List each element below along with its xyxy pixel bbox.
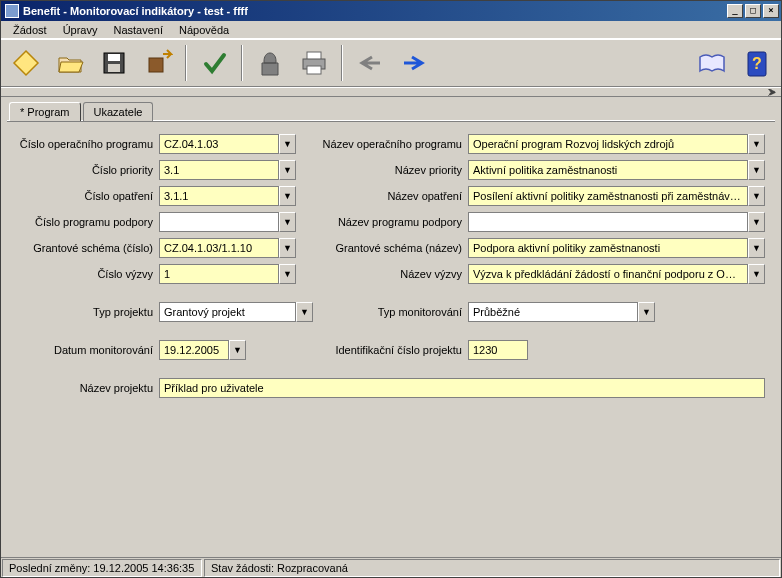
app-window: Benefit - Monitorovací indikátory - test… [0,0,782,578]
field-nazev-vyzvy[interactable]: Výzva k předkládání žádostí o finanční p… [468,264,748,284]
menu-napoveda[interactable]: Nápověda [171,23,237,37]
svg-text:?: ? [752,55,762,72]
drop-nazev-vyzvy[interactable]: ▼ [748,264,765,284]
minimize-button[interactable]: _ [727,4,743,18]
drop-nazev-opatreni[interactable]: ▼ [748,186,765,206]
field-nazev-projektu[interactable]: Příklad pro uživatele [159,378,765,398]
field-nazev-opatreni[interactable]: Posílení aktivní politiky zaměstnanosti … [468,186,748,206]
label-grant-schema-nazev: Grantové schéma (název) [296,242,468,254]
diamond-icon [11,48,41,78]
drop-datum-monitorovani[interactable]: ▼ [229,340,246,360]
field-typ-projektu[interactable]: Grantový projekt [159,302,296,322]
drop-nazev-op[interactable]: ▼ [748,134,765,154]
menu-zadost[interactable]: Žádost [5,23,55,37]
label-cislo-opatreni: Číslo opatření [7,190,159,202]
book-button[interactable] [693,44,731,82]
label-cislo-prog-podpory: Číslo programu podpory [7,216,159,228]
box-arrow-icon [143,48,173,78]
tab-program[interactable]: * Program [9,102,81,121]
drop-nazev-prog-podpory[interactable]: ▼ [748,212,765,232]
drop-cislo-op[interactable]: ▼ [279,134,296,154]
help-book-icon: ? [742,48,770,78]
field-nazev-priority[interactable]: Aktivní politika zaměstnanosti [468,160,748,180]
help-button[interactable]: ? [737,44,775,82]
label-nazev-projektu: Název projektu [7,382,159,394]
save-button[interactable] [95,44,133,82]
field-datum-monitorovani[interactable]: 19.12.2005 [159,340,229,360]
field-cislo-prog-podpory[interactable] [159,212,279,232]
label-id-cislo-projektu: Identifikační číslo projektu [246,344,468,356]
field-cislo-vyzvy[interactable]: 1 [159,264,279,284]
maximize-button[interactable]: □ [745,4,761,18]
status-stav: Stav žádosti: Rozpracovaná [204,559,780,577]
label-nazev-prog-podpory: Název programu podpory [296,216,468,228]
svg-marker-0 [14,51,38,75]
lock-icon [256,49,284,77]
label-cislo-op: Číslo operačního programu [7,138,159,150]
toolbar: ? [1,39,781,87]
field-nazev-prog-podpory[interactable] [468,212,748,232]
new-button[interactable] [7,44,45,82]
printer-icon [299,49,329,77]
lock-button[interactable] [251,44,289,82]
drop-grant-schema-cislo[interactable]: ▼ [279,238,296,258]
menu-upravy[interactable]: Úpravy [55,23,106,37]
window-title: Benefit - Monitorovací indikátory - test… [23,5,727,17]
content-area: * Program Ukazatele Číslo operačního pro… [1,97,781,557]
svg-rect-4 [149,58,163,72]
floppy-icon [100,49,128,77]
label-typ-monitorovani: Typ monitorování [313,306,468,318]
back-button[interactable] [351,44,389,82]
app-icon [5,4,19,18]
drop-cislo-prog-podpory[interactable]: ▼ [279,212,296,232]
svg-rect-2 [108,54,120,61]
forward-button[interactable] [395,44,433,82]
open-book-icon [696,49,728,77]
field-id-cislo-projektu[interactable]: 1230 [468,340,528,360]
titlebar: Benefit - Monitorovací indikátory - test… [1,1,781,21]
menu-nastaveni[interactable]: Nastavení [105,23,171,37]
toolbar-separator [185,45,187,81]
field-cislo-op[interactable]: CZ.04.1.03 [159,134,279,154]
field-grant-schema-nazev[interactable]: Podpora aktivní politiky zaměstnanosti [468,238,748,258]
scroll-strip: ⮞ [1,87,781,97]
open-button[interactable] [51,44,89,82]
menubar: Žádost Úpravy Nastavení Nápověda [1,21,781,39]
toolbar-separator [241,45,243,81]
drop-nazev-priority[interactable]: ▼ [748,160,765,180]
label-typ-projektu: Typ projektu [7,306,159,318]
folder-icon [55,48,85,78]
field-grant-schema-cislo[interactable]: CZ.04.1.03/1.1.10 [159,238,279,258]
label-datum-monitorovani: Datum monitorování [7,344,159,356]
tabstrip: * Program Ukazatele [9,102,775,121]
field-cislo-opatreni[interactable]: 3.1.1 [159,186,279,206]
label-cislo-vyzvy: Číslo výzvy [7,268,159,280]
drop-cislo-vyzvy[interactable]: ▼ [279,264,296,284]
drop-grant-schema-nazev[interactable]: ▼ [748,238,765,258]
field-typ-monitorovani[interactable]: Průběžné [468,302,638,322]
arrow-left-icon [358,54,382,72]
drop-typ-projektu[interactable]: ▼ [296,302,313,322]
label-grant-schema-cislo: Grantové schéma (číslo) [7,242,159,254]
close-button[interactable]: × [763,4,779,18]
export-button[interactable] [139,44,177,82]
print-button[interactable] [295,44,333,82]
field-cislo-priority[interactable]: 3.1 [159,160,279,180]
svg-rect-3 [108,64,120,72]
drop-cislo-priority[interactable]: ▼ [279,160,296,180]
statusbar: Poslední změny: 19.12.2005 14:36:35 Stav… [1,557,781,577]
label-nazev-vyzvy: Název výzvy [296,268,468,280]
check-button[interactable] [195,44,233,82]
drop-typ-monitorovani[interactable]: ▼ [638,302,655,322]
label-cislo-priority: Číslo priority [7,164,159,176]
drop-cislo-opatreni[interactable]: ▼ [279,186,296,206]
field-nazev-op[interactable]: Operační program Rozvoj lidských zdrojů [468,134,748,154]
svg-rect-7 [307,66,321,74]
scroll-indicator-icon: ⮞ [768,88,777,96]
status-last-change: Poslední změny: 19.12.2005 14:36:35 [2,559,202,577]
check-icon [200,49,228,77]
toolbar-separator [341,45,343,81]
form-area: Číslo operačního programu CZ.04.1.03 ▼ N… [7,122,775,551]
tab-ukazatele[interactable]: Ukazatele [83,102,154,121]
label-nazev-op: Název operačního programu [296,138,468,150]
